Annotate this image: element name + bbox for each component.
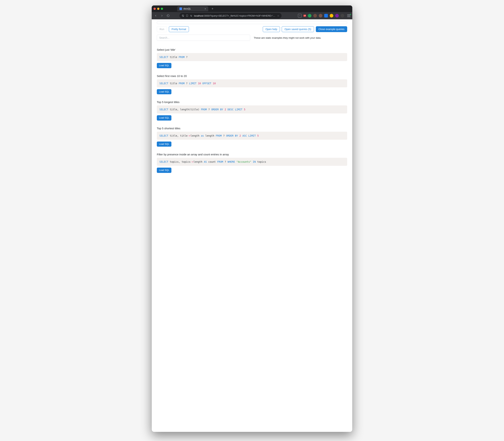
action-toolbar: Run Pretty format Open help Open saved q…: [157, 26, 347, 32]
extension-purple-icon[interactable]: [335, 14, 339, 17]
example-block: Select just 'title'SELECT title FROM ?Lo…: [157, 48, 347, 68]
example-title: Select first rows 10 to 20: [157, 74, 347, 78]
load-sql-button[interactable]: Load SQL: [157, 115, 171, 120]
load-sql-button[interactable]: Load SQL: [157, 142, 171, 147]
window-titlebar: docsQL × +: [152, 5, 352, 12]
open-help-button[interactable]: Open help: [263, 26, 280, 32]
load-sql-button[interactable]: Load SQL: [157, 89, 171, 94]
tune-icon: [190, 15, 192, 17]
example-sql-code: SELECT title FROM ? LIMIT 10 OFFSET 10: [157, 79, 347, 87]
window-close-button[interactable]: [154, 8, 156, 10]
extension-amber-icon[interactable]: [330, 14, 333, 17]
example-sql-code: SELECT title, title->length as length FR…: [157, 132, 347, 140]
example-title: Top 5 shortest titles: [157, 127, 347, 130]
extension-blue-icon[interactable]: [324, 14, 328, 17]
close-example-queries-button[interactable]: Close example queries: [316, 26, 347, 32]
svg-rect-1: [186, 15, 188, 17]
browser-toolbar: localhost:3000/?query=SELECT+_file%2C+to…: [152, 12, 352, 19]
nav-back-button[interactable]: [154, 14, 158, 18]
example-sql-code: SELECT topics, topics->length AS count F…: [157, 158, 347, 166]
example-block: Filter by presence inside an array and c…: [157, 153, 347, 173]
example-title: Filter by presence inside an array and c…: [157, 153, 347, 156]
example-title: Select just 'title': [157, 48, 347, 51]
example-title: Top 5 longest titles: [157, 100, 347, 104]
window-controls: [154, 8, 163, 10]
nav-reload-button[interactable]: [166, 14, 170, 18]
browser-window: docsQL × + localhost:3000/?query=SELECT+…: [152, 5, 352, 432]
search-input[interactable]: [157, 35, 250, 41]
window-maximize-button[interactable]: [161, 8, 163, 10]
tab-favicon-icon: [179, 7, 182, 10]
open-saved-queries-button[interactable]: Open saved queries (5): [282, 26, 314, 32]
tab-title: docsQL: [183, 7, 203, 10]
example-block: Top 5 longest titlesSELECT title, length…: [157, 100, 347, 121]
extension-off-badge-icon[interactable]: off: [303, 15, 306, 17]
extension-brown-b-icon[interactable]: [319, 14, 322, 17]
example-block: Top 5 shortest titlesSELECT title, title…: [157, 127, 347, 147]
extension-dark-icon[interactable]: [341, 14, 344, 17]
static-note-suffix: data.: [315, 36, 321, 39]
example-block: Select first rows 10 to 20SELECT title F…: [157, 74, 347, 94]
extension-green-icon[interactable]: [308, 14, 312, 17]
browser-extensions: off: [298, 14, 350, 17]
page-icon: [186, 15, 188, 17]
browser-menu-button[interactable]: [347, 15, 350, 17]
new-tab-button[interactable]: +: [212, 7, 214, 11]
examples-list: Select just 'title'SELECT title FROM ?Lo…: [157, 48, 347, 173]
browser-tab[interactable]: docsQL ×: [177, 6, 208, 11]
load-sql-button[interactable]: Load SQL: [157, 168, 171, 173]
extension-brown-a-icon[interactable]: [313, 14, 317, 17]
window-minimize-button[interactable]: [157, 8, 159, 10]
query-editor[interactable]: [157, 21, 347, 24]
example-sql-code: SELECT title, length(title) FROM ? ORDER…: [157, 105, 347, 113]
pretty-format-button[interactable]: Pretty format: [169, 26, 189, 32]
bookmark-star-icon[interactable]: ☆: [277, 15, 279, 17]
static-note: These are static examples they might not…: [254, 36, 321, 39]
load-sql-button[interactable]: Load SQL: [157, 63, 171, 68]
run-button[interactable]: Run: [157, 26, 167, 32]
static-note-prefix: These are static examples they might not…: [254, 36, 310, 39]
extension-pocket-icon[interactable]: [298, 14, 302, 17]
address-bar[interactable]: localhost:3000/?query=SELECT+_file%2C+to…: [179, 13, 282, 18]
example-sql-code: SELECT title FROM ?: [157, 53, 347, 61]
address-url: localhost:3000/?query=SELECT+_file%2C+to…: [194, 15, 276, 17]
menu-notification-dot-icon: [350, 14, 351, 15]
shield-off-icon: [182, 15, 184, 17]
nav-forward-button[interactable]: [160, 14, 164, 18]
page-content: Run Pretty format Open help Open saved q…: [152, 19, 352, 432]
static-note-your: your: [310, 36, 315, 39]
tab-close-button[interactable]: ×: [205, 7, 206, 10]
search-row: These are static examples they might not…: [157, 35, 347, 41]
